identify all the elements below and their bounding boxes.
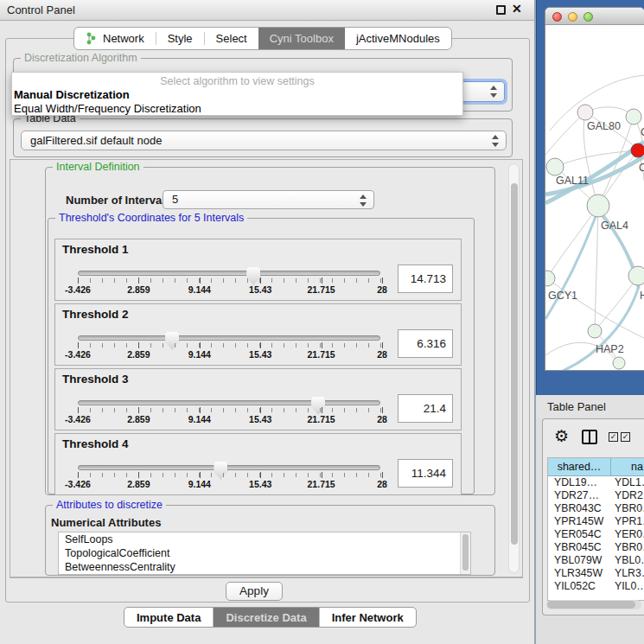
table-horizontal-scrollbar[interactable] <box>546 600 641 609</box>
settings-vertical-scrollbar[interactable] <box>508 163 520 573</box>
tab-impute-data[interactable]: Impute Data <box>124 608 214 627</box>
list-item[interactable]: TopologicalCoefficient <box>59 546 470 560</box>
threshold-1-row: Threshold 1 -3.426 2.859 9.144 15.43 21.… <box>54 239 462 301</box>
table-row[interactable]: YBR043CYBR0… <box>548 502 644 515</box>
threshold-3-slider[interactable]: -3.426 2.859 9.144 15.43 21.715 28 <box>78 393 382 430</box>
numerical-attributes-label: Numerical Attributes <box>51 516 161 529</box>
network-node[interactable] <box>613 357 625 369</box>
threshold-1-label: Threshold 1 <box>62 243 129 256</box>
slider-ticks <box>78 473 381 477</box>
threshold-1-slider[interactable]: -3.426 2.859 9.144 15.43 21.715 28 <box>78 264 382 300</box>
number-of-intervals-label: Number of Intervals <box>66 194 171 207</box>
table-row[interactable]: YDL19…YDL1… <box>548 476 644 489</box>
table-row[interactable]: YER054CYER0… <box>548 528 644 541</box>
slider-track[interactable] <box>78 400 380 405</box>
number-of-intervals-select[interactable]: 5 <box>163 190 374 209</box>
network-node[interactable] <box>588 324 602 338</box>
network-node[interactable] <box>631 143 644 157</box>
slider-ticks <box>78 278 381 283</box>
minimize-traffic-light-icon[interactable] <box>568 12 577 22</box>
attributes-title: Attributes to discretize <box>53 499 166 511</box>
interval-definition-group: Interval Definition Number of Intervals … <box>45 167 495 495</box>
threshold-2-value-field[interactable]: 6.316 <box>398 329 453 358</box>
threshold-3-value-field[interactable]: 21.4 <box>398 394 453 423</box>
apply-button[interactable]: Apply <box>226 582 283 601</box>
table-row[interactable]: YBR045CYBR0… <box>548 541 644 554</box>
combo-stepper-icon <box>360 194 367 207</box>
zoom-traffic-light-icon[interactable] <box>583 12 593 22</box>
algorithm-placeholder-option[interactable]: Select algorithm to view settings <box>12 75 462 87</box>
threshold-4-value-field[interactable]: 11.344 <box>398 459 453 488</box>
tab-style[interactable]: Style <box>156 28 204 49</box>
tab-network[interactable]: Network <box>74 28 156 49</box>
network-node-label: H <box>640 290 644 302</box>
float-window-icon[interactable] <box>496 5 506 15</box>
network-node[interactable] <box>628 266 644 285</box>
table-panel-title: Table Panel <box>547 400 606 413</box>
table-row[interactable]: YBL079WYBL0… <box>548 554 644 567</box>
tab-jactivemnodules[interactable]: jActiveMNodules <box>345 28 451 49</box>
tab-cyni-toolbox[interactable]: Cyni Toolbox <box>258 28 345 49</box>
slider-track[interactable] <box>78 271 380 276</box>
table-row[interactable]: YIL052CYIL0… <box>548 580 644 593</box>
algorithm-settings-panel: Interval Definition Number of Intervals … <box>10 159 523 577</box>
scrollbar-thumb[interactable] <box>462 534 469 571</box>
table-row[interactable]: YPR145WYPR1… <box>548 515 644 528</box>
algorithm-option-manual[interactable]: Manual Discretization <box>12 87 462 101</box>
tab-select[interactable]: Select <box>205 28 258 49</box>
list-item[interactable]: BetweennessCentrality <box>59 560 470 574</box>
network-node[interactable] <box>587 194 609 217</box>
apply-row: Apply <box>10 577 523 603</box>
combo-stepper-icon <box>492 135 500 147</box>
thresholds-title: Threshold's Coordinates for 5 Intervals <box>55 212 247 224</box>
desktop-background: GAL80GACGAL11GAL4GCY1HHAP2 <box>536 0 644 395</box>
columns-icon[interactable] <box>582 430 597 444</box>
gear-icon[interactable]: ⚙ <box>554 427 569 444</box>
threshold-1-value-field[interactable]: 14.713 <box>398 265 453 293</box>
panel-title: Control Panel <box>7 0 75 20</box>
table-header-row: shared… na <box>548 458 644 476</box>
threshold-2-slider[interactable]: -3.426 2.859 9.144 15.43 21.715 28 <box>78 328 382 365</box>
column-header-shared-name[interactable]: shared… <box>548 458 611 475</box>
network-view-window[interactable]: GAL80GACGAL11GAL4GCY1HHAP2 <box>545 7 644 371</box>
close-icon[interactable]: ✕ <box>512 2 522 16</box>
network-node[interactable] <box>577 105 593 120</box>
checkbox-icon[interactable]: ✓ <box>621 432 630 442</box>
threshold-2-label: Threshold 2 <box>62 308 129 321</box>
control-panel-titlebar: Control Panel ✕ <box>0 0 534 21</box>
close-traffic-light-icon[interactable] <box>552 12 562 22</box>
scrollbar-thumb[interactable] <box>511 183 518 545</box>
network-node-label: GAL80 <box>587 120 621 132</box>
tab-infer-network[interactable]: Infer Network <box>320 608 416 627</box>
network-node[interactable] <box>545 271 555 286</box>
combo-stepper-icon <box>490 86 498 98</box>
algorithm-option-equal-width[interactable]: Equal Width/Frequency Discretization <box>12 101 462 115</box>
table-row[interactable]: YLR345WYLR3… <box>548 567 644 580</box>
network-node-label: GA <box>641 126 644 138</box>
cyni-content-panel: Discretization Algorithm Select algorith… <box>5 38 530 603</box>
network-node-label: GAL4 <box>601 220 628 232</box>
control-panel: Control Panel ✕ Network Style Select Cyn… <box>0 0 536 644</box>
network-canvas[interactable]: GAL80GACGAL11GAL4GCY1HHAP2 <box>545 25 644 371</box>
threshold-4-slider[interactable]: -3.426 2.859 9.144 15.43 21.715 28 <box>78 458 382 494</box>
numerical-attributes-list[interactable]: SelfLoops TopologicalCoefficient Between… <box>58 532 471 575</box>
table-row[interactable]: YDR27…YDR2… <box>548 489 644 502</box>
list-item[interactable]: SelfLoops <box>59 532 470 546</box>
slider-track[interactable] <box>78 335 380 341</box>
network-node-label: GAL11 <box>556 175 589 187</box>
network-node-label: HAP2 <box>596 343 624 355</box>
table-data-group: Table Data galFiltered.sif default node <box>13 118 513 157</box>
top-tab-bar: Network Style Select Cyni Toolbox jActiv… <box>73 27 452 50</box>
checkbox-icon[interactable]: ✓ <box>609 432 618 442</box>
network-node[interactable] <box>626 109 641 124</box>
network-node[interactable] <box>546 158 564 175</box>
tab-discretize-data[interactable]: Discretize Data <box>214 608 319 627</box>
slider-track[interactable] <box>78 465 380 470</box>
scrollbar-thumb[interactable] <box>547 601 635 609</box>
table-data-select[interactable]: galFiltered.sif default node <box>21 131 507 150</box>
column-header-name[interactable]: na <box>611 458 644 475</box>
list-vertical-scrollbar[interactable] <box>460 532 470 574</box>
node-attribute-table[interactable]: shared… na YDL19…YDL1… YDR27…YDR2… YBR04… <box>547 457 644 601</box>
network-window-titlebar[interactable] <box>545 8 644 25</box>
network-nodes[interactable]: GAL80GACGAL11GAL4GCY1HHAP2 <box>545 105 644 369</box>
